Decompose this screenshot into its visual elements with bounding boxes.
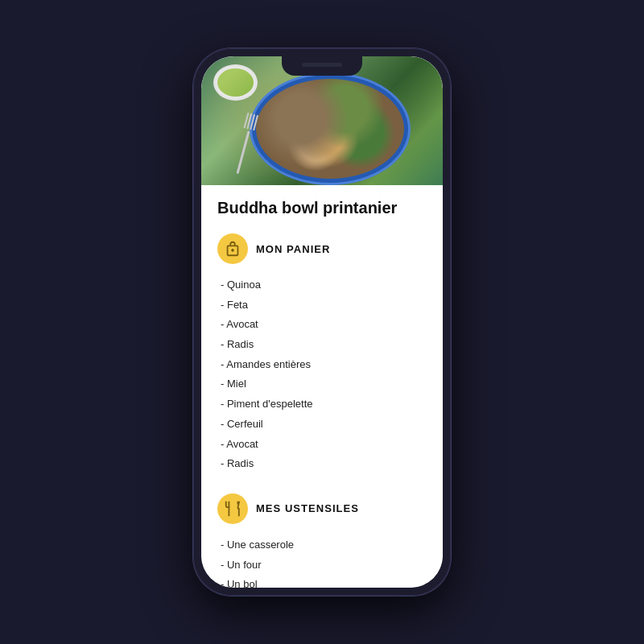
ustensiles-icon-circle: [217, 493, 248, 524]
list-item: - Avocat: [221, 315, 427, 335]
list-item: - Radis: [221, 335, 427, 355]
panier-section-header: MON PANIER: [217, 233, 427, 264]
list-item: - Un bol: [221, 575, 427, 588]
panier-label: MON PANIER: [256, 243, 331, 255]
utensils-icon: [224, 500, 242, 518]
list-item: - Cerfeuil: [221, 415, 427, 435]
list-item: - Avocat: [221, 435, 427, 455]
sauce-bowl: [213, 64, 258, 101]
list-item: - Piment d'espelette: [221, 394, 427, 415]
phone-screen: Buddha bowl printanier MON PANIER: [201, 56, 443, 588]
list-item: - Miel: [221, 374, 427, 394]
list-item: - Quinoa: [221, 275, 427, 295]
food-hero-image: [201, 56, 443, 185]
phone-speaker: [302, 63, 342, 67]
bag-icon: [224, 240, 242, 258]
phone-frame: Buddha bowl printanier MON PANIER: [193, 48, 451, 596]
phone-notch: [282, 56, 362, 76]
ustensiles-section-header: MES USTENSILES: [217, 493, 427, 524]
panier-icon-circle: [217, 233, 248, 264]
list-item: - Radis: [221, 454, 427, 474]
list-item: - Une casserole: [221, 535, 427, 555]
screen-content[interactable]: Buddha bowl printanier MON PANIER: [201, 56, 443, 588]
ustensiles-list: - Une casserole - Un four - Un bol - Un …: [217, 535, 427, 588]
recipe-content: Buddha bowl printanier MON PANIER: [201, 185, 443, 588]
list-item: - Un four: [221, 555, 427, 576]
recipe-title: Buddha bowl printanier: [217, 198, 427, 217]
ingredient-list: - Quinoa - Feta - Avocat - Radis - Amand…: [217, 275, 427, 474]
list-item: - Feta: [221, 295, 427, 316]
food-bowl: [250, 72, 411, 185]
list-item: - Amandes entières: [221, 355, 427, 375]
ustensiles-label: MES USTENSILES: [256, 502, 359, 514]
